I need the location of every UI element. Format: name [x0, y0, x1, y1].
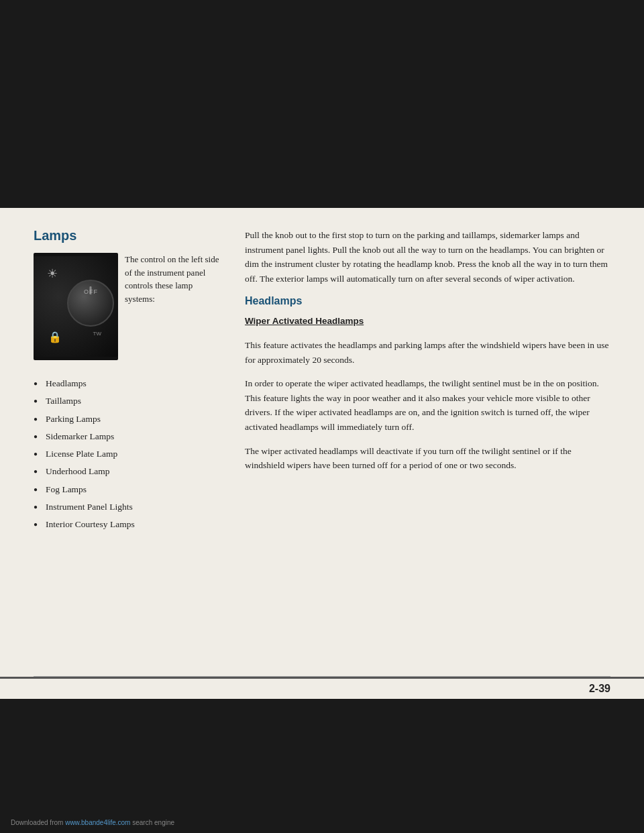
list-item: Parking Lamps	[34, 410, 225, 428]
main-content: Lamps ☀ 🔒 OFF	[0, 208, 644, 699]
image-and-caption-block: ☀ 🔒 OFF TW The control on the left side …	[34, 253, 225, 367]
list-item: Headlamps	[34, 375, 225, 392]
list-item: Sidemarker Lamps	[34, 428, 225, 445]
list-item: Interior Courtesy Lamps	[34, 516, 225, 533]
off-label: OFF	[84, 288, 98, 295]
page-number: 2-39	[589, 683, 610, 695]
left-column: Lamps ☀ 🔒 OFF	[34, 228, 225, 663]
page-footer: 2-39	[0, 677, 644, 699]
wiper-subtitle: Wiper Activated Headlamps	[245, 314, 610, 329]
sun-icon: ☀	[47, 266, 58, 281]
bottom-footer-band: Downloaded from www.bbande4life.com sear…	[0, 699, 644, 833]
intro-paragraph: Pull the knob out to the first stop to t…	[245, 228, 610, 286]
list-item: Fog Lamps	[34, 481, 225, 498]
lamp-control-image: ☀ 🔒 OFF TW	[34, 253, 118, 360]
download-suffix: search engine	[130, 819, 174, 826]
wiper-para3: The wiper activated headlamps will deact…	[245, 444, 610, 473]
knob-panel: ☀ 🔒 OFF TW	[34, 256, 118, 357]
content-body: Lamps ☀ 🔒 OFF	[0, 208, 644, 676]
download-info: Downloaded from www.bbande4life.com sear…	[11, 817, 174, 828]
wiper-para1: This feature activates the headlamps and…	[245, 338, 610, 367]
lamp-knob	[67, 280, 114, 327]
list-item: Instrument Panel Lights	[34, 498, 225, 516]
lock-icon: 🔒	[48, 331, 62, 343]
wiper-para2: In order to operate the wiper activated …	[245, 376, 610, 434]
top-header-band	[0, 0, 644, 208]
image-caption: The control on the left side of the inst…	[125, 253, 225, 305]
headlamps-title: Headlamps	[245, 295, 610, 307]
right-column: Pull the knob out to the first stop to t…	[245, 228, 610, 663]
list-item: License Plate Lamp	[34, 445, 225, 463]
lamp-types-list: HeadlampsTaillampsParking LampsSidemarke…	[34, 375, 225, 533]
list-item: Taillamps	[34, 392, 225, 410]
section-title: Lamps	[34, 228, 225, 243]
twi-label: TW	[93, 331, 101, 337]
list-item: Underhood Lamp	[34, 463, 225, 480]
download-link[interactable]: www.bbande4life.com	[65, 819, 130, 826]
download-prefix: Downloaded from	[11, 819, 65, 826]
